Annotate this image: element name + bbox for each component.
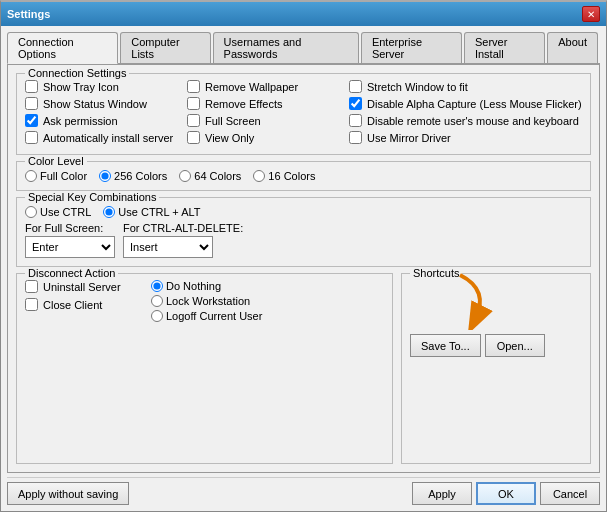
tab-enterprise-server[interactable]: Enterprise Server: [361, 32, 462, 63]
uninstall-server-checkbox[interactable]: [25, 280, 38, 293]
shortcuts-section: Shortcuts Save To...: [401, 273, 591, 464]
use-mirror-driver-row[interactable]: Use Mirror Driver: [349, 131, 582, 144]
footer: Apply without saving Apply OK Cancel: [7, 477, 600, 505]
256-color-radio-row[interactable]: 256 Colors: [99, 170, 167, 182]
arrow-svg: [430, 270, 510, 330]
arrow-container: [410, 280, 582, 330]
view-only-row[interactable]: View Only: [187, 131, 347, 144]
logoff-user-radio-row[interactable]: Logoff Current User: [151, 310, 262, 322]
full-screen-label: Full Screen: [205, 115, 261, 127]
logoff-user-radio[interactable]: [151, 310, 163, 322]
auto-install-server-checkbox[interactable]: [25, 131, 38, 144]
do-nothing-radio-row[interactable]: Do Nothing: [151, 280, 262, 292]
remove-effects-row[interactable]: Remove Effects: [187, 97, 347, 110]
full-color-radio-label: Full Color: [40, 170, 87, 182]
uninstall-server-row[interactable]: Uninstall Server: [25, 280, 135, 293]
ok-button[interactable]: OK: [476, 482, 536, 505]
16-color-radio-row[interactable]: 16 Colors: [253, 170, 315, 182]
disable-remote-mouse-row[interactable]: Disable remote user's mouse and keyboard: [349, 114, 582, 127]
tab-computer-lists[interactable]: Computer Lists: [120, 32, 210, 63]
footer-right: Apply OK Cancel: [412, 482, 600, 505]
stretch-window-row[interactable]: Stretch Window to fit: [349, 80, 582, 93]
for-fullscreen-label: For Full Screen:: [25, 222, 115, 234]
use-ctrl-radio-row[interactable]: Use CTRL: [25, 206, 91, 218]
save-open-row: Save To... Open...: [410, 334, 582, 357]
color-level-radios: Full Color 256 Colors 64 Colors 16 Color…: [25, 170, 582, 182]
256-color-radio[interactable]: [99, 170, 111, 182]
uninstall-server-label: Uninstall Server: [43, 281, 121, 293]
use-ctrl-radio[interactable]: [25, 206, 37, 218]
show-tray-icon-checkbox[interactable]: [25, 80, 38, 93]
auto-install-server-row[interactable]: Automatically install server: [25, 131, 185, 144]
stretch-window-label: Stretch Window to fit: [367, 81, 468, 93]
lock-workstation-radio-row[interactable]: Lock Workstation: [151, 295, 262, 307]
64-color-radio[interactable]: [179, 170, 191, 182]
remove-wallpaper-label: Remove Wallpaper: [205, 81, 298, 93]
remove-effects-checkbox[interactable]: [187, 97, 200, 110]
open-button[interactable]: Open...: [485, 334, 545, 357]
show-status-window-label: Show Status Window: [43, 98, 147, 110]
window-content: Connection Options Computer Lists Userna…: [1, 26, 606, 511]
use-ctrlalt-radio[interactable]: [103, 206, 115, 218]
apply-without-saving-button[interactable]: Apply without saving: [7, 482, 129, 505]
special-key-radios: Use CTRL Use CTRL + ALT: [25, 206, 582, 218]
disconnect-label: Disconnect Action: [25, 267, 118, 279]
64-color-radio-row[interactable]: 64 Colors: [179, 170, 241, 182]
stretch-window-checkbox[interactable]: [349, 80, 362, 93]
save-to-button[interactable]: Save To...: [410, 334, 481, 357]
use-mirror-driver-label: Use Mirror Driver: [367, 132, 451, 144]
disconnect-radios: Do Nothing Lock Workstation Logoff Curre…: [151, 280, 262, 322]
full-color-radio[interactable]: [25, 170, 37, 182]
cancel-button[interactable]: Cancel: [540, 482, 600, 505]
do-nothing-label: Do Nothing: [166, 280, 221, 292]
settings-window: Settings ✕ Connection Options Computer L…: [0, 0, 607, 512]
tab-about[interactable]: About: [547, 32, 598, 63]
disable-remote-mouse-label: Disable remote user's mouse and keyboard: [367, 115, 579, 127]
disable-alpha-label: Disable Alpha Capture (Less Mouse Flicke…: [367, 98, 582, 110]
disconnect-section: Disconnect Action Uninstall Server Close…: [16, 273, 393, 464]
for-fullscreen-select[interactable]: Enter F8 F11: [25, 236, 115, 258]
title-bar: Settings ✕: [1, 2, 606, 26]
ask-permission-checkbox[interactable]: [25, 114, 38, 127]
special-key-section: Special Key Combinations Use CTRL Use CT…: [16, 197, 591, 267]
tab-server-install[interactable]: Server Install: [464, 32, 545, 63]
color-level-label: Color Level: [25, 155, 87, 167]
for-ctrlaltdel-select[interactable]: Insert Delete F8: [123, 236, 213, 258]
full-screen-row[interactable]: Full Screen: [187, 114, 347, 127]
ask-permission-row[interactable]: Ask permission: [25, 114, 185, 127]
disable-remote-mouse-checkbox[interactable]: [349, 114, 362, 127]
close-client-checkbox[interactable]: [25, 298, 38, 311]
16-color-radio[interactable]: [253, 170, 265, 182]
full-color-radio-row[interactable]: Full Color: [25, 170, 87, 182]
connection-col-2: Remove Wallpaper Remove Effects Full Scr…: [187, 80, 347, 146]
for-ctrlaltdel-label: For CTRL-ALT-DELETE:: [123, 222, 243, 234]
close-button[interactable]: ✕: [582, 6, 600, 22]
do-nothing-radio[interactable]: [151, 280, 163, 292]
connection-settings-section: Connection Settings Show Tray Icon Show …: [16, 73, 591, 155]
disable-alpha-checkbox[interactable]: [349, 97, 362, 110]
close-client-row[interactable]: Close Client: [25, 298, 135, 311]
apply-button[interactable]: Apply: [412, 482, 472, 505]
remove-wallpaper-row[interactable]: Remove Wallpaper: [187, 80, 347, 93]
full-screen-checkbox[interactable]: [187, 114, 200, 127]
show-tray-icon-row[interactable]: Show Tray Icon: [25, 80, 185, 93]
16-color-radio-label: 16 Colors: [268, 170, 315, 182]
tab-usernames-passwords[interactable]: Usernames and Passwords: [213, 32, 359, 63]
lock-workstation-label: Lock Workstation: [166, 295, 250, 307]
256-color-radio-label: 256 Colors: [114, 170, 167, 182]
connection-settings-grid: Show Tray Icon Show Status Window Ask pe…: [25, 80, 582, 146]
view-only-checkbox[interactable]: [187, 131, 200, 144]
use-mirror-driver-checkbox[interactable]: [349, 131, 362, 144]
lock-workstation-radio[interactable]: [151, 295, 163, 307]
use-ctrl-radio-label: Use CTRL: [40, 206, 91, 218]
use-ctrlalt-radio-row[interactable]: Use CTRL + ALT: [103, 206, 200, 218]
for-ctrlaltdel-group: For CTRL-ALT-DELETE: Insert Delete F8: [123, 222, 243, 258]
main-panel: Connection Settings Show Tray Icon Show …: [7, 64, 600, 473]
remove-wallpaper-checkbox[interactable]: [187, 80, 200, 93]
tab-connection-options[interactable]: Connection Options: [7, 32, 118, 64]
disable-alpha-row[interactable]: Disable Alpha Capture (Less Mouse Flicke…: [349, 97, 582, 110]
show-status-window-row[interactable]: Show Status Window: [25, 97, 185, 110]
show-status-window-checkbox[interactable]: [25, 97, 38, 110]
color-level-section: Color Level Full Color 256 Colors 64 Col…: [16, 161, 591, 191]
64-color-radio-label: 64 Colors: [194, 170, 241, 182]
